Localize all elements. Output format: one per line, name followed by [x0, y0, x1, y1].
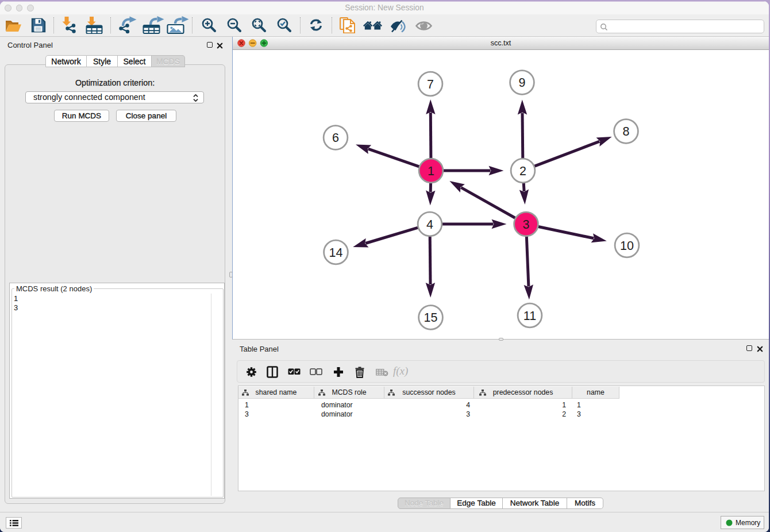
svg-text:2: 2 — [519, 164, 526, 178]
svg-text:6: 6 — [332, 131, 339, 145]
svg-text:9: 9 — [519, 76, 526, 90]
svg-text:14: 14 — [329, 246, 343, 260]
svg-text:8: 8 — [623, 125, 630, 138]
svg-text:15: 15 — [424, 311, 438, 325]
svg-text:10: 10 — [620, 239, 634, 253]
svg-text:11: 11 — [523, 309, 536, 323]
svg-text:3: 3 — [523, 218, 530, 232]
svg-text:7: 7 — [427, 78, 434, 91]
svg-text:4: 4 — [426, 218, 433, 232]
svg-text:1: 1 — [428, 164, 434, 178]
